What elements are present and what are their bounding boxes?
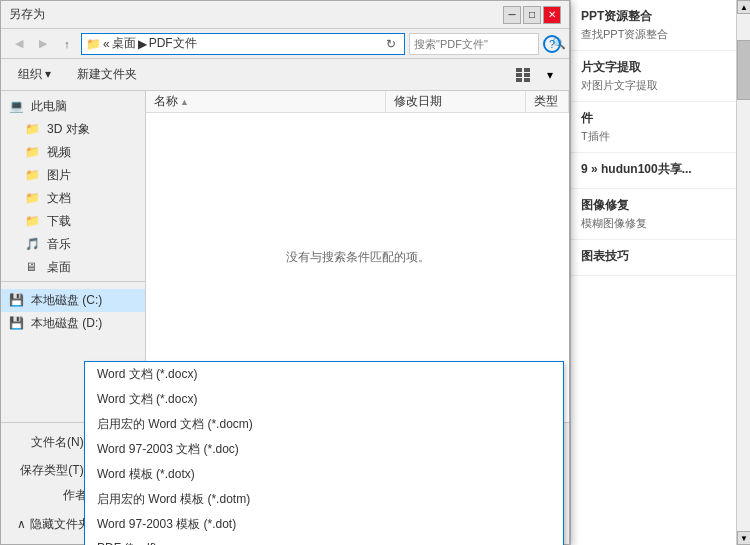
dropdown-item[interactable]: Word 文档 (*.docx) [85, 362, 563, 387]
right-panel-item: 图像修复 模糊图像修复 [571, 189, 750, 240]
right-panel-title: 件 [581, 110, 740, 127]
sidebar-item-3d[interactable]: 📁 3D 对象 [1, 118, 145, 141]
disk-icon: 💾 [9, 316, 25, 332]
new-folder-button[interactable]: 新建文件夹 [68, 63, 146, 87]
sidebar-item-disk-d[interactable]: 💾 本地磁盘 (D:) [1, 312, 145, 335]
scroll-down-arrow[interactable]: ▼ [737, 531, 750, 545]
sidebar-item-label: 文档 [47, 190, 71, 207]
sort-arrow: ▲ [180, 97, 189, 107]
minimize-button[interactable]: ─ [503, 6, 521, 24]
scrollbar-thumb[interactable] [737, 40, 750, 100]
toolbar-right: ▾ [513, 64, 561, 86]
address-bar[interactable]: 📁 « 桌面 ▶ PDF文件 ↻ [81, 33, 405, 55]
filename-label: 文件名(N): [17, 434, 87, 451]
maximize-button[interactable]: □ [523, 6, 541, 24]
sidebar-item-docs[interactable]: 📁 文档 [1, 187, 145, 210]
hide-folders-toggle[interactable]: ∧ 隐藏文件夹 [17, 516, 90, 533]
right-panel-item: 片文字提取 对图片文字提取 [571, 51, 750, 102]
back-button[interactable]: ◀ [9, 34, 29, 54]
filetype-label: 保存类型(T): [17, 462, 87, 479]
svg-rect-0 [516, 68, 522, 72]
sidebar-item-pictures[interactable]: 📁 图片 [1, 164, 145, 187]
folder-icon: 📁 [25, 191, 41, 207]
sidebar-item-label: 图片 [47, 167, 71, 184]
dropdown-item[interactable]: PDF (*.pdf) [85, 537, 563, 545]
right-panel-item: 件 T插件 [571, 102, 750, 153]
disk-icon: 💾 [9, 293, 25, 309]
chevron-down-icon: ∧ [17, 517, 26, 531]
hide-folders-label: 隐藏文件夹 [30, 516, 90, 533]
sidebar-item-video[interactable]: 📁 视频 [1, 141, 145, 164]
refresh-button[interactable]: ↻ [382, 35, 400, 53]
folder-icon: 🖥 [25, 260, 41, 276]
svg-rect-4 [516, 78, 522, 82]
sidebar-item-pc[interactable]: 💻 此电脑 [1, 95, 145, 118]
folder-icon: 📁 [25, 122, 41, 138]
right-panel-sub: T插件 [581, 129, 740, 144]
navbar: ◀ ▶ ↑ 📁 « 桌面 ▶ PDF文件 ↻ 🔍 ? [1, 29, 569, 59]
dialog-title: 另存为 [9, 6, 503, 23]
forward-button[interactable]: ▶ [33, 34, 53, 54]
save-as-dialog: 另存为 ─ □ ✕ ◀ ▶ ↑ 📁 « 桌面 ▶ PDF文件 ↻ 🔍 ? [0, 0, 570, 545]
help-button[interactable]: ? [543, 35, 561, 53]
sidebar-item-label: 下载 [47, 213, 71, 230]
dropdown-item[interactable]: 启用宏的 Word 文档 (*.docm) [85, 412, 563, 437]
sidebar-item-disk-c[interactable]: 💾 本地磁盘 (C:) [1, 289, 145, 312]
column-name[interactable]: 名称 ▲ [146, 91, 386, 112]
empty-message: 没有与搜索条件匹配的项。 [286, 248, 430, 265]
address-icon: 📁 [86, 37, 101, 51]
sidebar-item-music[interactable]: 🎵 音乐 [1, 233, 145, 256]
right-panel-title: PPT资源整合 [581, 8, 740, 25]
search-bar[interactable]: 🔍 [409, 33, 539, 55]
right-panel-title: 9 » hudun100共享... [581, 161, 740, 178]
search-input[interactable] [414, 38, 552, 50]
dropdown-item[interactable]: 启用宏的 Word 模板 (*.dotm) [85, 487, 563, 512]
dropdown-item[interactable]: Word 模板 (*.dotx) [85, 462, 563, 487]
right-panel-sub: 模糊图像修复 [581, 216, 740, 231]
right-panel-title: 图像修复 [581, 197, 740, 214]
svg-rect-5 [524, 78, 530, 82]
right-panel-item: PPT资源整合 查找PPT资源整合 [571, 0, 750, 51]
column-type[interactable]: 类型 [526, 91, 569, 112]
author-label: 作者 [17, 487, 87, 504]
sidebar-item-label: 桌面 [47, 259, 71, 276]
scroll-up-arrow[interactable]: ▲ [737, 0, 750, 14]
organize-button[interactable]: 组织 ▾ [9, 63, 60, 87]
svg-rect-3 [524, 73, 530, 77]
scrollbar-right[interactable]: ▲ ▼ [736, 0, 750, 545]
sidebar-item-label: 音乐 [47, 236, 71, 253]
dropdown-item[interactable]: Word 文档 (*.docx) [85, 387, 563, 412]
file-list-header: 名称 ▲ 修改日期 类型 [146, 91, 569, 113]
right-panel-item: 图表技巧 [571, 240, 750, 276]
right-panel-title: 图表技巧 [581, 248, 740, 265]
close-button[interactable]: ✕ [543, 6, 561, 24]
right-panel-sub: 查找PPT资源整合 [581, 27, 740, 42]
up-button[interactable]: ↑ [57, 34, 77, 54]
sidebar-item-label: 视频 [47, 144, 71, 161]
view-options-button[interactable] [513, 64, 535, 86]
titlebar-controls: ─ □ ✕ [503, 6, 561, 24]
address-parts: 📁 « 桌面 ▶ PDF文件 [86, 35, 378, 52]
sidebar-item-downloads[interactable]: 📁 下载 [1, 210, 145, 233]
sidebar-item-label: 本地磁盘 (D:) [31, 315, 102, 332]
pc-icon: 💻 [9, 99, 25, 115]
titlebar: 另存为 ─ □ ✕ [1, 1, 569, 29]
svg-rect-1 [524, 68, 530, 72]
sidebar-item-label: 本地磁盘 (C:) [31, 292, 102, 309]
folder-icon: 📁 [25, 145, 41, 161]
column-date[interactable]: 修改日期 [386, 91, 526, 112]
filetype-dropdown: Word 文档 (*.docx) Word 文档 (*.docx) 启用宏的 W… [84, 361, 564, 545]
sidebar-item-desktop[interactable]: 🖥 桌面 [1, 256, 145, 279]
sidebar-item-label: 此电脑 [31, 98, 67, 115]
sidebar-item-label: 3D 对象 [47, 121, 90, 138]
address-part-folder: PDF文件 [149, 35, 197, 52]
address-arrow: ▶ [138, 37, 147, 51]
dropdown-item[interactable]: Word 97-2003 模板 (*.dot) [85, 512, 563, 537]
svg-rect-2 [516, 73, 522, 77]
right-panel: PPT资源整合 查找PPT资源整合 片文字提取 对图片文字提取 件 T插件 9 … [570, 0, 750, 545]
dropdown-item[interactable]: Word 97-2003 文档 (*.doc) [85, 437, 563, 462]
view-dropdown-button[interactable]: ▾ [539, 64, 561, 86]
address-part-desktop: 桌面 [112, 35, 136, 52]
folder-icon: 📁 [25, 214, 41, 230]
folder-icon: 📁 [25, 168, 41, 184]
